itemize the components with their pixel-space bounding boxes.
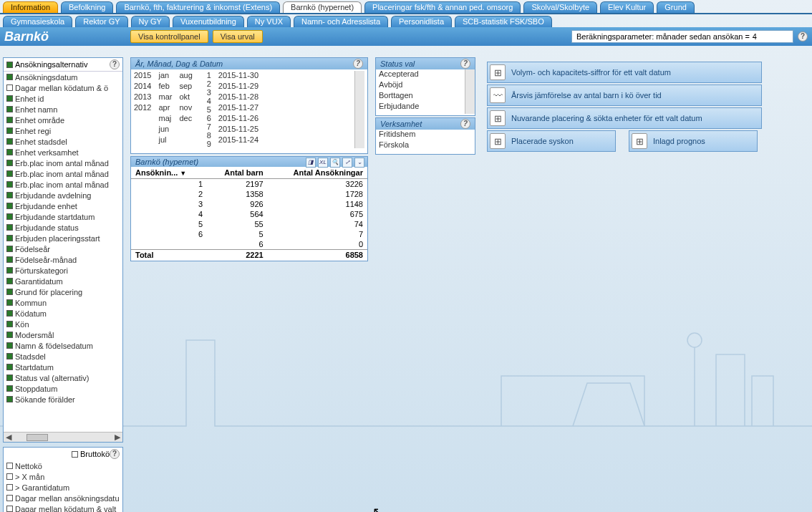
nav-button[interactable]: ⊞Nuvarande placering & sökta enheter för…	[487, 107, 762, 129]
list-item[interactable]: 2015-11-27	[218, 103, 258, 114]
visa-urval-button[interactable]: Visa urval	[213, 30, 263, 43]
list-item[interactable]: 2015-11-29	[218, 82, 258, 92]
tab-top[interactable]: Barnkö, fth, fakturering & inkomst (Exte…	[116, 1, 280, 13]
bottom-item[interactable]: Nettokö	[4, 460, 122, 471]
help-icon[interactable]: ?	[460, 119, 470, 129]
visa-kontrollpanel-button[interactable]: Visa kontrollpanel	[130, 30, 208, 43]
checkbox[interactable]	[6, 246, 13, 252]
tab-sub[interactable]: Gymnasieskola	[3, 16, 72, 27]
table-tool-button[interactable]: XL	[318, 158, 328, 168]
scroll-thumb[interactable]	[26, 434, 48, 441]
checkbox[interactable]	[6, 321, 13, 327]
nav-button[interactable]: 〰Årsvis jämförelse av antal barn i kö öv…	[487, 84, 762, 106]
list-item[interactable]: 2015-11-28	[218, 92, 258, 103]
sidebar-item[interactable]: Erbjudande startdatum	[4, 211, 122, 222]
date-scrollbar[interactable]	[354, 71, 364, 148]
sidebar-item[interactable]: Erbjudande status	[4, 222, 122, 233]
checkbox[interactable]	[6, 495, 13, 501]
checkbox[interactable]	[6, 310, 13, 317]
tab-sub[interactable]: Namn- och Adresslista	[294, 16, 388, 27]
checkbox[interactable]	[6, 278, 13, 284]
bottom-item[interactable]: > Garantidatum	[4, 482, 122, 493]
sidebar-item[interactable]: Förturskategori	[4, 265, 122, 276]
sidebar-item[interactable]: Födelseår	[4, 243, 122, 254]
list-item[interactable]: okt	[179, 92, 192, 103]
list-item[interactable]: 2015-11-30	[218, 71, 258, 82]
list-item[interactable]: nov	[179, 103, 192, 114]
checkbox[interactable]	[6, 299, 13, 306]
scroll-right-icon[interactable]: ▶	[112, 433, 122, 442]
table-header[interactable]: Antal Ansökningar	[268, 167, 367, 179]
checkbox[interactable]	[6, 127, 13, 134]
sidebar-item[interactable]: Grund för placering	[4, 286, 122, 297]
list-item[interactable]: 2015	[134, 71, 151, 82]
sidebar-item[interactable]: Ködatum	[4, 308, 122, 319]
table-row[interactable]: 39261148	[131, 199, 367, 209]
sidebar-head-check[interactable]	[6, 62, 13, 68]
sidebar-item[interactable]: Status val (alternativ)	[4, 372, 122, 383]
help-icon[interactable]: ?	[110, 59, 120, 69]
table-tool-button[interactable]: ⌄	[354, 158, 364, 168]
table-tool-button[interactable]: ◨	[306, 158, 316, 168]
checkbox[interactable]	[72, 451, 78, 458]
list-item[interactable]: 2015-11-26	[218, 114, 258, 125]
sidebar-item[interactable]: Stadsdel	[4, 351, 122, 362]
sidebar-item[interactable]: Enhet id	[4, 93, 122, 104]
checkbox[interactable]	[6, 213, 13, 220]
sidebar-item[interactable]: Kön	[4, 319, 122, 329]
table-tool-button[interactable]: ⤢	[342, 158, 352, 168]
checkbox[interactable]	[6, 353, 13, 359]
list-item[interactable]: jun	[158, 125, 172, 135]
checkbox[interactable]	[6, 74, 13, 80]
checkbox[interactable]	[6, 181, 13, 188]
checkbox[interactable]	[6, 473, 13, 480]
sidebar-item[interactable]: Garantidatum	[4, 276, 122, 286]
sidebar-item[interactable]: Erbjudande enhet	[4, 201, 122, 211]
sidebar-item[interactable]: Sökande förälder	[4, 394, 122, 405]
table-row[interactable]: 213581728	[131, 189, 367, 199]
checkbox[interactable]	[6, 106, 13, 112]
nav-button[interactable]: ⊞Inlagd prognos	[629, 130, 758, 152]
sidebar-item[interactable]: Erbjuden placeringsstart	[4, 233, 122, 243]
checkbox[interactable]	[6, 203, 13, 209]
tab-sub[interactable]: Ny GY	[131, 16, 170, 27]
table-header[interactable]: Ansöknin... ▼	[131, 167, 207, 179]
nav-button[interactable]: ⊞Placerade syskon	[487, 130, 616, 152]
checkbox[interactable]	[6, 385, 13, 392]
list-item[interactable]: maj	[158, 114, 172, 125]
list-item[interactable]: sep	[179, 82, 192, 92]
list-item[interactable]: apr	[158, 103, 172, 114]
checkbox[interactable]	[6, 375, 13, 381]
list-item[interactable]: 2015-11-25	[218, 125, 258, 135]
checkbox[interactable]	[6, 224, 13, 231]
list-item[interactable]: jan	[158, 71, 172, 82]
tab-top[interactable]: Grund	[657, 1, 695, 13]
days-grid[interactable]: 1234567891011121314151617181920212223242…	[200, 71, 211, 148]
bottom-item[interactable]: > X mån	[4, 471, 122, 482]
tab-top[interactable]: Elev Kultur	[600, 1, 654, 13]
list-item[interactable]: Erbjudande	[376, 102, 475, 112]
checkbox[interactable]	[6, 84, 13, 91]
list-item[interactable]: Avböjd	[376, 80, 475, 91]
sidebar-item[interactable]: Modersmål	[4, 329, 122, 340]
tab-top[interactable]: Skolval/Skolbyte	[523, 1, 597, 13]
sidebar-item[interactable]: Erb.plac inom antal månad	[4, 158, 122, 168]
checkbox[interactable]	[6, 170, 13, 177]
bottom-item[interactable]: Dagar mellan ködatum & valt	[4, 503, 122, 512]
help-icon[interactable]: ?	[353, 59, 363, 69]
checkbox[interactable]	[6, 364, 13, 370]
help-icon[interactable]: ?	[798, 32, 808, 42]
scrollbar-horizontal[interactable]: ◀ ▶	[4, 432, 122, 442]
sidebar-item[interactable]: Kommun	[4, 297, 122, 308]
list-item[interactable]: aug	[179, 71, 192, 82]
sidebar-item[interactable]: Ansökningsdatum	[4, 72, 122, 82]
sidebar-item[interactable]: Enhet verksamhet	[4, 147, 122, 158]
sidebar-item[interactable]: Erb.plac inom antal månad	[4, 179, 122, 190]
table-row[interactable]: 121973226	[131, 179, 367, 190]
checkbox[interactable]	[6, 289, 13, 295]
list-item[interactable]: 2012	[134, 103, 151, 114]
checkbox[interactable]	[6, 506, 13, 512]
list-item[interactable]: Borttagen	[376, 91, 475, 102]
checkbox[interactable]	[6, 342, 13, 349]
months2-col[interactable]: augsepoktnovdec	[179, 71, 192, 148]
